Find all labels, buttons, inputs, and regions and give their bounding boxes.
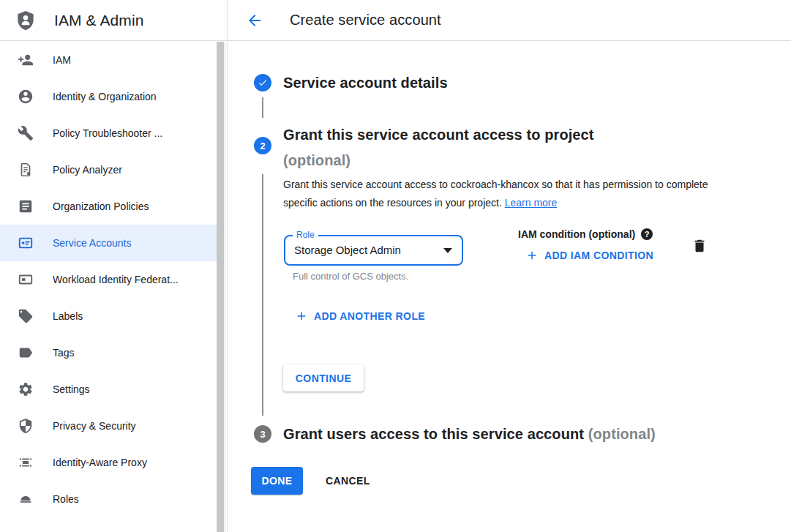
step3-number-indicator: 3 (254, 425, 271, 443)
iam-shield-icon (15, 10, 37, 31)
sidebar-item-label: Privacy & Security (53, 420, 136, 432)
sidebar-item-organization-policies[interactable]: Organization Policies (0, 188, 218, 225)
hat-icon (18, 491, 34, 507)
help-icon[interactable]: ? (641, 228, 653, 240)
page-header: Create service account (228, 0, 791, 41)
role-select[interactable]: Role Storage Object Admin (284, 235, 463, 266)
iam-condition-label: IAM condition (optional) (518, 228, 635, 240)
add-iam-condition-button[interactable]: ADD IAM CONDITION (525, 249, 653, 262)
iam-condition-label-row: IAM condition (optional) ? (518, 228, 653, 240)
sidebar-item-labels[interactable]: Labels (0, 298, 218, 334)
gear-icon (18, 381, 34, 397)
sidebar-scrollbar-track (217, 42, 226, 532)
add-another-role-button[interactable]: ADD ANOTHER ROLE (295, 310, 425, 323)
step1-title: Service account details (283, 74, 448, 91)
step-connector (262, 97, 263, 118)
sidebar-item-label: Identity-Aware Proxy (53, 457, 147, 468)
tag-icon (18, 308, 34, 324)
wrench-icon (18, 125, 34, 141)
back-arrow-icon[interactable] (246, 12, 263, 29)
sidebar-item-policy-analyzer[interactable]: Policy Analyzer (0, 151, 218, 188)
learn-more-link[interactable]: Learn more (505, 197, 558, 209)
continue-button[interactable]: CONTINUE (283, 364, 364, 391)
step2-description: Grant this service account access to coc… (283, 176, 718, 212)
document-icon (18, 198, 34, 214)
sidebar-item-label: Tags (53, 347, 75, 359)
role-helper-text: Full control of GCS objects. (293, 271, 408, 282)
plus-icon (295, 310, 308, 323)
page-title: Create service account (290, 12, 441, 29)
sidebar-item-iam[interactable]: IAM (0, 42, 218, 78)
dropdown-caret-icon (443, 248, 452, 253)
sidebar-item-label: Organization Policies (53, 201, 149, 212)
sidebar-item-privacy-security[interactable]: Privacy & Security (0, 408, 218, 444)
step2-title-text: Grant this service account access to pro… (283, 127, 594, 143)
step3-title-text: Grant users access to this service accou… (283, 426, 584, 442)
sidebar-item-label: Policy Analyzer (53, 164, 122, 176)
step2-number-indicator: 2 (254, 137, 271, 154)
iam-admin-console: IAM & Admin IAM Identity & Organization … (0, 0, 791, 532)
add-another-role-label: ADD ANOTHER ROLE (314, 310, 425, 322)
sidebar-item-tags[interactable]: Tags (0, 334, 218, 371)
sidebar-item-label: Policy Troubleshooter ... (53, 127, 162, 139)
sidebar-item-label: Roles (53, 493, 79, 505)
step3-title: Grant users access to this service accou… (283, 425, 781, 443)
sidebar-item-identity-aware-proxy[interactable]: Identity-Aware Proxy (0, 444, 218, 481)
service-account-key-icon (18, 235, 34, 251)
badge-card-icon (18, 271, 34, 288)
step3-optional-label: (optional) (588, 426, 656, 442)
add-iam-condition-label: ADD IAM CONDITION (544, 250, 653, 261)
sidebar-item-label: Workload Identity Federat... (53, 274, 179, 285)
sidebar-item-workload-identity-federation[interactable]: Workload Identity Federat... (0, 261, 218, 298)
sidebar-item-label: IAM (53, 54, 71, 66)
sidebar-item-label: Service Accounts (53, 237, 131, 249)
shield-half-icon (18, 418, 34, 434)
sidebar-item-label: Settings (53, 383, 90, 395)
label-arrow-icon (18, 345, 34, 361)
cancel-button[interactable]: CANCEL (314, 467, 382, 495)
sidebar-nav: IAM Identity & Organization Policy Troub… (0, 42, 218, 517)
sidebar-header: IAM & Admin (0, 0, 227, 41)
step2-number: 2 (260, 141, 265, 151)
sidebar: IAM & Admin IAM Identity & Organization … (0, 0, 228, 532)
role-selected-value: Storage Object Admin (294, 236, 401, 264)
step3-number: 3 (260, 429, 265, 440)
sidebar-item-settings[interactable]: Settings (0, 371, 218, 408)
account-circle-icon (18, 89, 34, 105)
document-gear-icon (18, 162, 34, 178)
step2-title: Grant this service account access to pro… (283, 122, 737, 173)
sidebar-item-label: Identity & Organization (53, 91, 157, 102)
proxy-grid-icon (18, 454, 34, 471)
sidebar-item-identity-organization[interactable]: Identity & Organization (0, 78, 218, 115)
plus-icon (525, 249, 539, 262)
sidebar-scrollbar-thumb[interactable] (217, 42, 224, 532)
step-connector (262, 174, 263, 416)
step2-description-text: Grant this service account access to coc… (283, 179, 708, 209)
step2-optional-label: (optional) (283, 148, 737, 173)
sidebar-item-service-accounts[interactable]: Service Accounts (0, 225, 218, 261)
sidebar-item-roles[interactable]: Roles (0, 481, 218, 517)
sidebar-item-label: Labels (53, 310, 83, 322)
delete-role-icon[interactable] (691, 238, 708, 254)
create-service-account-form: Service account details 2 Grant this ser… (228, 42, 791, 532)
product-title: IAM & Admin (54, 12, 143, 29)
step1-complete-indicator (254, 74, 271, 91)
sidebar-item-policy-troubleshooter[interactable]: Policy Troubleshooter ... (0, 115, 218, 151)
person-add-icon (18, 52, 34, 68)
done-button[interactable]: DONE (251, 467, 303, 495)
check-icon (258, 78, 268, 88)
